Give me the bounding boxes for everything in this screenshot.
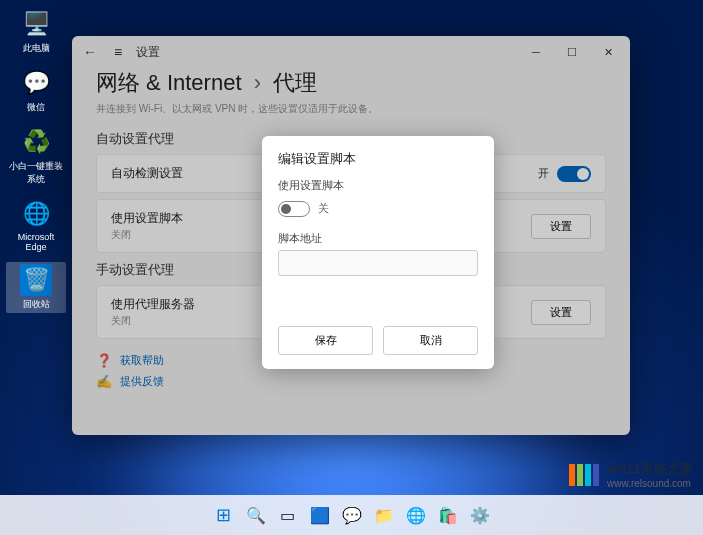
- search-icon[interactable]: 🔍: [242, 501, 270, 529]
- desktop-icon-label: 回收站: [23, 298, 50, 311]
- modal-title: 编辑设置脚本: [278, 150, 478, 168]
- desktop-icon-label: 小白一键重装系统: [8, 160, 64, 186]
- edge-icon: 🌐: [20, 198, 52, 230]
- cancel-button[interactable]: 取消: [383, 326, 478, 355]
- save-button[interactable]: 保存: [278, 326, 373, 355]
- settings-window: ← ≡ 设置 ─ ☐ ✕ 网络 & Internet › 代理 并连接到 Wi-…: [72, 36, 630, 435]
- desktop-icon-xiaobai[interactable]: ♻️小白一键重装系统: [6, 124, 66, 188]
- chat-icon[interactable]: 💬: [338, 501, 366, 529]
- start-button[interactable]: ⊞: [210, 501, 238, 529]
- desktop-icon-grid: 🖥️此电脑 💬微信 ♻️小白一键重装系统 🌐Microsoft Edge 🗑️回…: [6, 6, 66, 313]
- script-address-input[interactable]: [278, 250, 478, 276]
- watermark-url: www.relsound.com: [607, 478, 693, 489]
- taskview-icon[interactable]: ▭: [274, 501, 302, 529]
- store-icon[interactable]: 🛍️: [434, 501, 462, 529]
- desktop-icon-label: Microsoft Edge: [8, 232, 64, 252]
- settings-taskbar-icon[interactable]: ⚙️: [466, 501, 494, 529]
- script-address-label: 脚本地址: [278, 231, 478, 246]
- use-script-toggle[interactable]: [278, 201, 310, 217]
- this-pc-icon: 🖥️: [20, 8, 52, 40]
- edit-script-modal: 编辑设置脚本 使用设置脚本 关 脚本地址 保存 取消: [262, 136, 494, 369]
- wechat-icon: 💬: [20, 67, 52, 99]
- desktop-icon-edge[interactable]: 🌐Microsoft Edge: [6, 196, 66, 254]
- desktop-icon-this-pc[interactable]: 🖥️此电脑: [6, 6, 66, 57]
- desktop-icon-label: 此电脑: [23, 42, 50, 55]
- watermark-brand: win11系统之家: [607, 460, 693, 478]
- watermark: win11系统之家 www.relsound.com: [569, 460, 693, 489]
- recycle-bin-icon: 🗑️: [20, 264, 52, 296]
- explorer-icon[interactable]: 📁: [370, 501, 398, 529]
- taskbar: ⊞ 🔍 ▭ 🟦 💬 📁 🌐 🛍️ ⚙️: [0, 495, 703, 535]
- watermark-logo-icon: [569, 464, 601, 486]
- edge-taskbar-icon[interactable]: 🌐: [402, 501, 430, 529]
- desktop-icon-wechat[interactable]: 💬微信: [6, 65, 66, 116]
- modal-toggle-heading: 使用设置脚本: [278, 178, 478, 193]
- desktop-icon-recycle-bin[interactable]: 🗑️回收站: [6, 262, 66, 313]
- widgets-icon[interactable]: 🟦: [306, 501, 334, 529]
- toggle-state: 关: [318, 202, 329, 214]
- desktop-icon-label: 微信: [27, 101, 45, 114]
- recycle-icon: ♻️: [20, 126, 52, 158]
